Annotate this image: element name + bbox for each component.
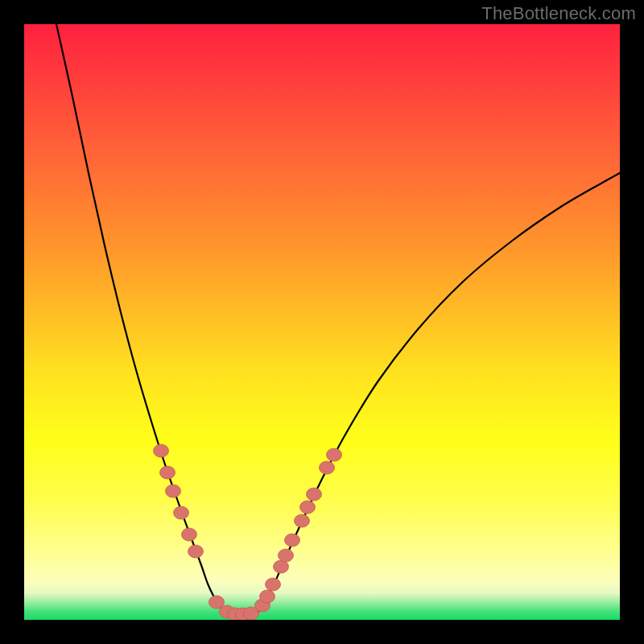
left-curve-path (56, 24, 225, 612)
bead-marker (182, 528, 197, 541)
bead-marker (188, 545, 204, 558)
watermark-text: TheBottleneck.com (481, 3, 636, 24)
bead-marker (300, 501, 316, 514)
bead-marker (154, 444, 169, 457)
bead-marker (285, 534, 300, 547)
bead-marker (279, 549, 294, 562)
plot-area (24, 24, 620, 620)
bead-marker (174, 506, 189, 519)
bead-marker (166, 485, 181, 497)
bead-marker (320, 461, 335, 474)
bead-marker (266, 578, 281, 591)
bead-marker (260, 590, 275, 603)
outer-frame: TheBottleneck.com (0, 0, 644, 644)
bead-marker (295, 514, 310, 527)
beads-left-group (154, 444, 259, 620)
curve-layer (24, 24, 620, 620)
bead-marker (160, 466, 175, 479)
right-curve-path (258, 173, 620, 613)
bead-marker (327, 448, 342, 461)
bead-marker (274, 560, 289, 573)
bead-marker (307, 488, 322, 501)
